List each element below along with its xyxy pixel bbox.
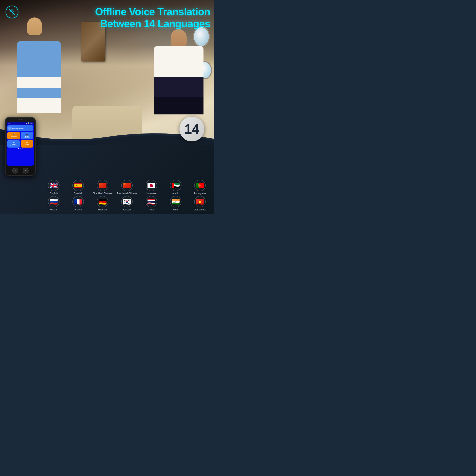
phone-status-bar: 17:04 ▲ 🔋 100% (7, 122, 34, 125)
voice-translation-label: Voice Translation (12, 128, 23, 129)
phone-signals: ▲ 🔋 100% (26, 122, 33, 124)
list-item: 🇨🇳 Traditional Chinese (116, 180, 138, 195)
traditional-chinese-flag: 🇨🇳 (121, 180, 133, 191)
main-container: Offline Voice Translation Between 14 Lan… (0, 0, 214, 214)
vietnamese-flag: 🇻🇳 (194, 196, 206, 207)
vietnamese-label: Vietnamese (194, 208, 206, 211)
thai-label: Thai (149, 208, 153, 211)
korean-label: Korean (123, 208, 131, 211)
hindi-flag: 🇮🇳 (170, 196, 182, 207)
english-flag: 🇬🇧 (48, 180, 60, 191)
list-item: 🇯🇵 Japanese (140, 180, 163, 195)
phone-time: 17:04 (8, 122, 11, 124)
headline-line2: Between 14 Languages (100, 18, 210, 29)
headline-text: Offline Voice Translation Between 14 Lan… (95, 6, 210, 30)
headline-line1: Offline Voice Translation (95, 6, 210, 17)
headline: Offline Voice Translation Between 14 Lan… (95, 6, 210, 30)
phone-hardware-buttons: A B (6, 168, 35, 173)
phone-camera (19, 119, 22, 120)
recording-button[interactable]: 🎤 Recording (7, 132, 20, 139)
number-badge: 14 (180, 117, 204, 141)
russian-label: Russian (50, 208, 58, 211)
person-standing-body (17, 41, 61, 113)
phone-screen: 17:04 ▲ 🔋 100% 🎙 Voice Translation 🎤 Rec… (7, 122, 34, 166)
arabic-flag: 🇦🇪 (170, 180, 182, 191)
phone-btn-a-label: A (15, 170, 16, 171)
person-sitting-head (171, 29, 187, 48)
phone-device: 17:04 ▲ 🔋 100% 🎙 Voice Translation 🎤 Rec… (5, 117, 36, 176)
list-item: 🇩🇪 German (91, 196, 114, 211)
person-standing (17, 17, 61, 113)
person-sitting (154, 29, 204, 114)
no-wifi-badge (6, 6, 18, 18)
phone-app-content: 🎙 Voice Translation 🎤 Recording 📷 PhotoT… (7, 125, 34, 150)
thai-flag: 🇹🇭 (146, 196, 157, 207)
list-item: 🇬🇧 English (42, 180, 65, 195)
offline-translation-label: OfflineTranslation (8, 144, 19, 146)
voice-translation-button[interactable]: 🎙 Voice Translation (7, 125, 33, 131)
portuguese-label: Portuguese (194, 192, 206, 195)
svg-point-1 (12, 14, 13, 15)
phone-button-a[interactable]: A (12, 168, 18, 173)
photo-translation-label: PhotoTranslation (21, 136, 33, 138)
japanese-label: Japanese (146, 192, 156, 195)
spanish-flag: 🇪🇸 (72, 180, 84, 191)
german-label: German (98, 208, 107, 211)
spanish-label: Spanish (74, 192, 83, 195)
list-item: 🇵🇹 Portuguese (189, 180, 211, 195)
korean-flag: 🇰🇷 (121, 196, 133, 207)
recording-label: Recording (8, 136, 19, 137)
phone-button-b[interactable]: B (23, 168, 29, 173)
list-item: 🇷🇺 Russian (42, 196, 65, 211)
list-item: 🇹🇭 Thai (140, 196, 163, 211)
no-wifi-icon (8, 8, 16, 16)
camera-light (21, 119, 22, 120)
french-flag: 🇫🇷 (72, 196, 84, 207)
simplified-chinese-flag: 🇨🇳 (97, 180, 108, 191)
arabic-label: Arabic (172, 192, 179, 195)
french-label: French (75, 208, 82, 211)
traditional-chinese-label: Traditional Chinese (117, 192, 137, 195)
person-sitting-body (154, 46, 204, 114)
phone-holder: 17:04 ▲ 🔋 100% 🎙 Voice Translation 🎤 Rec… (5, 117, 36, 176)
language-row-1: 🇬🇧 English 🇪🇸 Spanish 🇨🇳 Simplified Chin… (42, 180, 212, 195)
simplified-chinese-label: Simplified Chinese (93, 192, 112, 195)
list-item: 🇻🇳 Vietnamese (189, 196, 211, 211)
list-item: 🇦🇪 Arabic (164, 180, 187, 195)
voice-icon: 🎙 (8, 127, 12, 130)
russian-flag: 🇷🇺 (48, 196, 60, 207)
language-section: 🇬🇧 English 🇪🇸 Spanish 🇨🇳 Simplified Chin… (42, 180, 212, 212)
list-item: 🇫🇷 French (67, 196, 90, 211)
person-standing-head (27, 17, 42, 35)
phone-bottom-row: ✈ OfflineTranslation ⚙ Setting (7, 140, 33, 148)
portuguese-flag: 🇵🇹 (194, 180, 206, 191)
phone-battery: 100% (30, 122, 33, 124)
language-row-2: 🇷🇺 Russian 🇫🇷 French 🇩🇪 German 🇰🇷 Korean… (42, 196, 212, 211)
phone-btn-b-label: B (25, 170, 26, 171)
english-label: English (50, 192, 58, 195)
setting-button[interactable]: ⚙ Setting (21, 140, 34, 148)
badge-number: 14 (185, 121, 200, 137)
photo-translation-button[interactable]: 📷 PhotoTranslation (21, 132, 34, 139)
german-flag: 🇩🇪 (97, 196, 108, 207)
list-item: 🇮🇳 Hindi (164, 196, 187, 211)
list-item: 🇨🇳 Simplified Chinese (91, 180, 114, 195)
offline-translation-button[interactable]: ✈ OfflineTranslation (7, 140, 20, 148)
list-item: 🇪🇸 Spanish (67, 180, 90, 195)
hindi-label: Hindi (173, 208, 178, 211)
list-item: 🇰🇷 Korean (116, 196, 138, 211)
setting-label: Setting (21, 144, 33, 145)
camera-lens (19, 119, 20, 120)
phone-middle-row: 🎤 Recording 📷 PhotoTranslation (7, 132, 33, 139)
japanese-flag: 🇯🇵 (146, 180, 157, 191)
